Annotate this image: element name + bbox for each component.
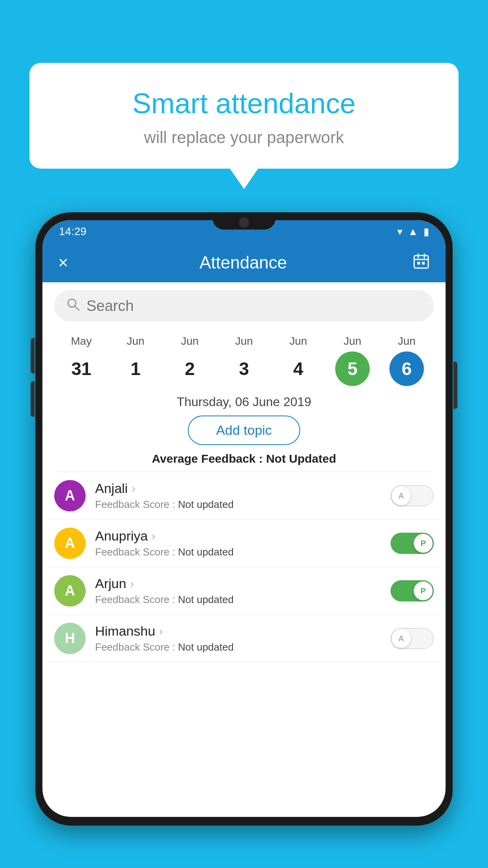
student-name: Arjun › <box>95 576 381 591</box>
avatar: H <box>54 623 86 654</box>
avatar: A <box>54 575 86 607</box>
feedback-value: Not updated <box>178 641 234 653</box>
chevron-icon: › <box>130 577 134 590</box>
cal-date[interactable]: 31 <box>64 351 99 386</box>
student-feedback: Feedback Score : Not updated <box>95 641 381 653</box>
student-feedback: Feedback Score : Not updated <box>95 498 381 511</box>
list-item[interactable]: AAnupriya ›Feedback Score : Not updatedP <box>42 520 446 567</box>
cal-date[interactable]: 2 <box>172 351 207 386</box>
search-icon <box>66 297 80 315</box>
toggle-knob: A <box>392 629 411 648</box>
attendance-toggle[interactable]: A <box>391 485 434 506</box>
student-info: Anjali ›Feedback Score : Not updated <box>95 481 381 511</box>
cal-date[interactable]: 1 <box>118 351 153 386</box>
calendar-strip: May31Jun1Jun2Jun3Jun4Jun5Jun6 <box>42 329 446 390</box>
cal-day[interactable]: Jun5 <box>325 335 380 386</box>
student-name: Anupriya › <box>95 528 381 544</box>
svg-line-7 <box>75 306 79 310</box>
signal-icon: ▲ <box>408 226 418 238</box>
chevron-icon: › <box>152 530 155 542</box>
cal-date[interactable]: 3 <box>227 351 261 386</box>
toggle-knob: A <box>392 486 411 505</box>
feedback-value: Not updated <box>178 546 234 558</box>
volume-down-button <box>31 381 35 417</box>
student-info: Anupriya ›Feedback Score : Not updated <box>95 528 381 558</box>
cal-day[interactable]: Jun1 <box>108 335 163 386</box>
student-name: Himanshu › <box>95 623 381 639</box>
front-camera <box>238 217 250 228</box>
wifi-icon: ▾ <box>397 226 402 238</box>
student-info: Arjun ›Feedback Score : Not updated <box>95 576 381 606</box>
toggle-knob: P <box>414 534 433 553</box>
list-item[interactable]: AAnjali ›Feedback Score : Not updatedA <box>42 472 446 520</box>
toggle-wrap[interactable]: P <box>391 580 434 601</box>
chevron-icon: › <box>159 625 163 638</box>
add-topic-button[interactable]: Add topic <box>188 416 300 445</box>
phone-mockup: 14:29 ▾ ▲ ▮ × Attendance <box>35 212 453 868</box>
cal-date[interactable]: 5 <box>335 351 370 386</box>
phone-notch <box>213 212 275 230</box>
cal-month: Jun <box>235 335 253 348</box>
cal-month: Jun <box>127 335 144 348</box>
feedback-value: Not updated <box>178 498 234 510</box>
search-bar[interactable] <box>54 290 434 322</box>
toggle-wrap[interactable]: A <box>391 485 434 506</box>
cal-day[interactable]: Jun3 <box>217 335 271 386</box>
svg-rect-5 <box>422 262 425 265</box>
status-icons: ▾ ▲ ▮ <box>397 226 429 238</box>
cal-day[interactable]: May31 <box>54 335 108 386</box>
app-title: Attendance <box>74 253 413 272</box>
phone-outer: 14:29 ▾ ▲ ▮ × Attendance <box>35 212 453 826</box>
cal-day[interactable]: Jun2 <box>163 335 217 386</box>
volume-up-button <box>31 338 35 373</box>
toggle-wrap[interactable]: P <box>391 533 434 554</box>
student-feedback: Feedback Score : Not updated <box>95 594 381 606</box>
attendance-toggle[interactable]: A <box>391 628 434 649</box>
cal-month: Jun <box>398 335 415 348</box>
avg-feedback-value: Not Updated <box>266 452 336 465</box>
battery-icon: ▮ <box>424 226 429 238</box>
bubble-title: Smart attendance <box>53 86 435 120</box>
list-item[interactable]: HHimanshu ›Feedback Score : Not updatedA <box>42 615 446 662</box>
feedback-value: Not updated <box>178 594 234 605</box>
power-button <box>453 362 457 409</box>
svg-rect-4 <box>417 262 420 265</box>
cal-month: May <box>71 335 92 348</box>
cal-month: Jun <box>343 335 361 348</box>
speech-bubble: Smart attendance will replace your paper… <box>29 63 459 169</box>
calendar-icon[interactable] <box>413 252 430 273</box>
list-item[interactable]: AArjun ›Feedback Score : Not updatedP <box>42 567 446 615</box>
avatar: A <box>54 480 86 511</box>
svg-rect-0 <box>414 256 428 268</box>
cal-day[interactable]: Jun4 <box>271 335 325 386</box>
status-time: 14:29 <box>59 225 86 238</box>
toggle-wrap[interactable]: A <box>391 628 434 649</box>
cal-date[interactable]: 6 <box>389 351 424 386</box>
student-list: AAnjali ›Feedback Score : Not updatedAAA… <box>42 472 446 662</box>
cal-day[interactable]: Jun6 <box>380 335 434 386</box>
avatar: A <box>54 528 86 559</box>
bubble-subtitle: will replace your paperwork <box>53 128 435 147</box>
phone-screen: 14:29 ▾ ▲ ▮ × Attendance <box>42 220 446 817</box>
cal-month: Jun <box>181 335 198 348</box>
avg-feedback: Average Feedback : Not Updated <box>42 452 446 465</box>
toggle-knob: P <box>414 581 433 600</box>
search-input[interactable] <box>86 298 422 314</box>
cal-month: Jun <box>289 335 307 348</box>
app-bar: × Attendance <box>42 243 446 282</box>
student-info: Himanshu ›Feedback Score : Not updated <box>95 623 381 653</box>
attendance-toggle[interactable]: P <box>391 580 434 601</box>
student-name: Anjali › <box>95 481 381 496</box>
avg-feedback-label: Average Feedback : <box>152 452 262 465</box>
selected-date-label: Thursday, 06 June 2019 <box>42 390 446 416</box>
attendance-toggle[interactable]: P <box>391 533 434 554</box>
student-feedback: Feedback Score : Not updated <box>95 546 381 558</box>
chevron-icon: › <box>132 482 135 495</box>
cal-date[interactable]: 4 <box>281 351 316 386</box>
